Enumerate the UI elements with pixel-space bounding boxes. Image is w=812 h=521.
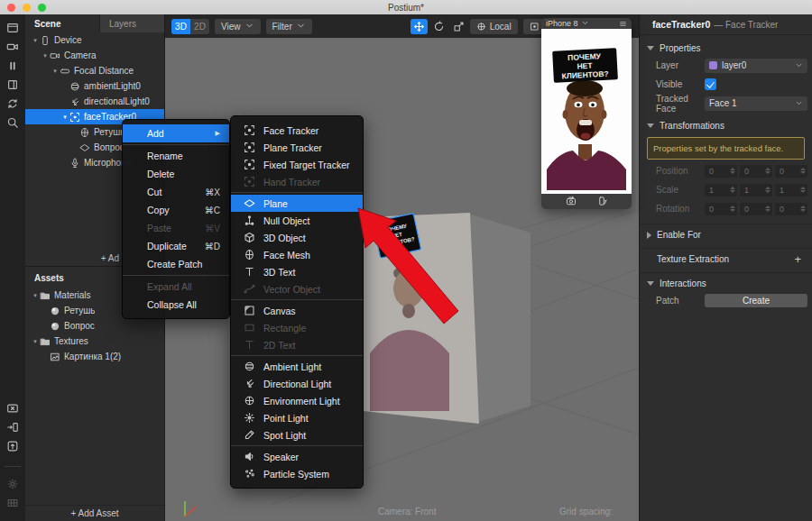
- stepper[interactable]: [730, 187, 735, 193]
- stepper[interactable]: [800, 168, 806, 174]
- menu-item[interactable]: Copy ⌘C: [123, 201, 229, 219]
- stepper[interactable]: [800, 187, 806, 193]
- stepper[interactable]: [765, 187, 770, 193]
- menu-item[interactable]: Create Patch: [123, 255, 229, 273]
- add-texture-extraction-button[interactable]: +: [794, 252, 801, 266]
- z-value-field[interactable]: 0: [775, 203, 807, 215]
- folder-icon: [40, 290, 51, 301]
- menu-item[interactable]: Plane Tracker: [231, 139, 363, 156]
- rail-button[interactable]: [2, 58, 23, 77]
- menu-item[interactable]: Face Mesh: [231, 246, 363, 263]
- rotate-device-icon[interactable]: [596, 194, 607, 210]
- scale-tool-button[interactable]: [450, 19, 467, 34]
- tab-layers[interactable]: Layers: [99, 14, 164, 32]
- menu-item[interactable]: Rename: [123, 147, 229, 165]
- section-texture-extraction[interactable]: Texture Extraction +: [640, 248, 812, 267]
- scene-tree-item[interactable]: ▾ Camera: [25, 48, 164, 63]
- add-object-button[interactable]: + Ad: [101, 253, 119, 263]
- z-value-field[interactable]: 0: [775, 165, 807, 178]
- menu-item[interactable]: Speaker: [231, 448, 363, 465]
- section-enable-for[interactable]: Enable For: [640, 224, 812, 242]
- menu-item[interactable]: Cut ⌘X: [123, 183, 229, 201]
- disclosure-triangle[interactable]: [647, 123, 654, 128]
- rotate-tool-button[interactable]: [430, 19, 448, 34]
- rail-button[interactable]: [2, 419, 23, 438]
- menu-item[interactable]: Ambient Light: [231, 358, 363, 375]
- simulator-device-dropdown[interactable]: iPhone 8: [546, 19, 578, 28]
- menu-item[interactable]: 3D Object: [231, 229, 363, 246]
- rail-button[interactable]: [2, 400, 23, 419]
- menu-item[interactable]: Particle System: [231, 465, 363, 482]
- section-interactions[interactable]: Interactions: [640, 272, 812, 291]
- rail-button[interactable]: [2, 114, 23, 133]
- z-value-field[interactable]: 1: [775, 184, 807, 197]
- disclosure-triangle[interactable]: [647, 281, 654, 286]
- disclosure-triangle[interactable]: ▾: [31, 37, 40, 44]
- mode-2d-button[interactable]: 2D: [190, 19, 209, 34]
- menu-item[interactable]: 3D Text: [231, 263, 363, 280]
- scene-tree-item[interactable]: directionalLight0: [25, 94, 164, 109]
- visible-checkbox[interactable]: [705, 78, 716, 90]
- disclosure-triangle[interactable]: ▾: [51, 68, 60, 75]
- menu-item[interactable]: Fixed Target Tracker: [231, 156, 363, 173]
- panel2-icon: [6, 78, 19, 95]
- disclosure-triangle[interactable]: ▾: [41, 52, 50, 59]
- menu-item[interactable]: Delete: [123, 165, 229, 183]
- menu-item[interactable]: Canvas: [231, 302, 363, 319]
- local-space-button[interactable]: Local: [470, 19, 518, 34]
- mode-3d-button[interactable]: 3D: [171, 19, 190, 34]
- rail-button[interactable]: [2, 438, 23, 457]
- menu-item[interactable]: Null Object: [231, 212, 363, 229]
- rail-button[interactable]: [2, 96, 23, 114]
- tracked-face-dropdown[interactable]: Face 1: [705, 96, 807, 111]
- scene-tree-item[interactable]: ▾ Device: [25, 32, 164, 48]
- section-properties[interactable]: Properties: [640, 40, 812, 56]
- x-value-field[interactable]: 0: [705, 165, 737, 178]
- add-asset-button[interactable]: + Add Asset: [25, 505, 164, 521]
- disclosure-triangle[interactable]: ▾: [60, 114, 69, 121]
- menu-item[interactable]: Face Tracker: [231, 122, 363, 139]
- menu-item[interactable]: Spot Light: [231, 426, 363, 443]
- scene-tree-item[interactable]: ▾ Focal Distance: [25, 63, 164, 78]
- move-tool-button[interactable]: [411, 19, 428, 34]
- tab-scene[interactable]: Scene: [25, 14, 99, 32]
- menu-item[interactable]: Collapse All: [123, 296, 229, 314]
- create-patch-button[interactable]: Create: [705, 294, 807, 307]
- menu-item[interactable]: Point Light: [231, 409, 363, 426]
- device-simulator: iPhone 8: [541, 18, 632, 209]
- rail-button[interactable]: [2, 20, 23, 39]
- menu-item[interactable]: Environment Light: [231, 392, 363, 409]
- menu-item[interactable]: Directional Light: [231, 375, 363, 392]
- asset-tree-item[interactable]: Вопрос: [25, 318, 164, 334]
- tracked-plane-sign[interactable]: ПОЧЕМУ НЕТ КЛИЕНТОВ?: [373, 214, 421, 259]
- asset-tree-item[interactable]: ▾ Textures: [25, 334, 164, 349]
- stepper[interactable]: [765, 206, 770, 212]
- disclosure-triangle[interactable]: [647, 46, 654, 50]
- rail-button[interactable]: [2, 39, 23, 58]
- asset-tree-item[interactable]: Картинка 1(2): [25, 349, 164, 364]
- scene-tree-item[interactable]: ambientLight0: [25, 78, 164, 94]
- filter-dropdown[interactable]: Filter: [266, 19, 312, 34]
- menu-item[interactable]: Plane: [231, 195, 363, 212]
- stepper[interactable]: [800, 206, 806, 212]
- x-value-field[interactable]: 1: [705, 184, 737, 197]
- simulator-menu-icon[interactable]: [619, 20, 627, 28]
- view-dropdown[interactable]: View: [215, 19, 261, 34]
- rail-button[interactable]: [2, 77, 23, 96]
- disclosure-triangle[interactable]: ▾: [31, 338, 40, 345]
- stepper[interactable]: [730, 168, 735, 174]
- section-transformations[interactable]: Transformations: [640, 117, 812, 133]
- disclosure-triangle[interactable]: [647, 232, 651, 239]
- y-value-field[interactable]: 0: [740, 165, 772, 178]
- disclosure-triangle[interactable]: ▾: [31, 292, 40, 299]
- menu-item[interactable]: Duplicate ⌘D: [123, 237, 229, 255]
- menu-item: Vector Object: [231, 280, 363, 297]
- y-value-field[interactable]: 0: [740, 203, 772, 215]
- menu-item[interactable]: Add ▶: [123, 124, 229, 142]
- y-value-field[interactable]: 1: [740, 184, 772, 197]
- stepper[interactable]: [730, 206, 735, 212]
- x-value-field[interactable]: 0: [705, 203, 737, 215]
- stepper[interactable]: [765, 168, 770, 174]
- layer-dropdown[interactable]: layer0: [705, 59, 807, 73]
- flip-camera-icon[interactable]: [566, 194, 577, 210]
